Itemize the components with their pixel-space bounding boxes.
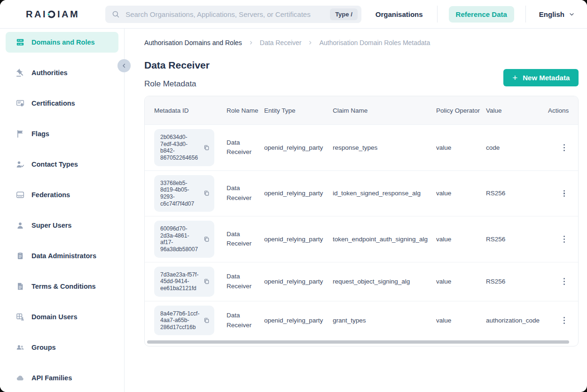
- horizontal-scrollbar[interactable]: [147, 340, 576, 345]
- breadcrumb-item[interactable]: Authorisation Domains and Roles: [144, 39, 242, 46]
- copy-icon[interactable]: [203, 236, 210, 243]
- role-name-cell: Data Receiver: [227, 138, 264, 158]
- sidebar-item-domains-and-roles[interactable]: Domains and Roles: [6, 32, 118, 53]
- clipboard-icon: [16, 251, 25, 261]
- nav-reference-data[interactable]: Reference Data: [449, 6, 514, 23]
- table-row: 2b0634d0-7edf-43d0-b842-867052264656 Dat…: [145, 124, 578, 170]
- sidebar-item-label: Flags: [31, 130, 49, 138]
- language-selector[interactable]: English: [526, 10, 578, 18]
- claim-name-cell: id_token_signed_response_alg: [333, 190, 436, 197]
- users-icon: [16, 343, 25, 352]
- sidebar-item-label: Certifications: [31, 100, 75, 107]
- column-header-policy-operator: Policy Operator: [436, 107, 486, 114]
- table-row: 7d3ae23a-f57f-45dd-9414-ee61ba2121fd Dat…: [145, 262, 578, 301]
- search-input[interactable]: [125, 10, 326, 19]
- global-search[interactable]: Type /: [105, 6, 361, 23]
- search-icon: [111, 10, 120, 19]
- page-title: Data Receiver: [144, 59, 210, 71]
- nav-organisations[interactable]: Organisations: [361, 10, 437, 18]
- cloud-icon: [16, 373, 25, 383]
- sidebar-item-groups[interactable]: Groups: [6, 337, 118, 358]
- sidebar-collapse-button[interactable]: [117, 59, 131, 72]
- section-subtitle: Role Metadata: [144, 79, 210, 89]
- role-name-cell: Data Receiver: [227, 230, 264, 249]
- table-row: 60096d70-2d3a-4861-af17-96a38db58007 Dat…: [145, 216, 578, 262]
- column-header-role-name: Role Name: [227, 107, 264, 114]
- sidebar-item-data-administrators[interactable]: Data Administrators: [6, 246, 118, 266]
- sidebar-item-label: Contact Types: [31, 161, 78, 168]
- sidebar-item-api-families[interactable]: API Families: [6, 368, 118, 388]
- sidebar-item-label: Domain Users: [31, 313, 78, 321]
- entity-type-cell: openid_relying_party: [264, 278, 333, 285]
- gavel-icon: [16, 68, 25, 77]
- sidebar-item-contact-types[interactable]: Contact Types: [6, 154, 118, 175]
- column-header-claim-name: Claim Name: [333, 107, 436, 114]
- drawer-icon: [16, 190, 25, 200]
- metadata-id-value: 33768eb5-8d19-4b05-9293-c6c74f7f4d07: [160, 180, 200, 208]
- sidebar-item-super-users[interactable]: Super Users: [6, 215, 118, 236]
- sidebar-item-label: API Families: [31, 374, 72, 382]
- entity-type-cell: openid_relying_party: [264, 190, 333, 197]
- policy-operator-cell: value: [436, 236, 486, 243]
- main-content: Authorisation Domains and Roles Data Rec…: [125, 29, 587, 392]
- top-nav: Organisations Reference Data English: [361, 6, 587, 23]
- grid-user-icon: [16, 312, 25, 322]
- sidebar-item-label: Federations: [31, 191, 70, 199]
- claim-name-cell: grant_types: [333, 317, 436, 324]
- metadata-id-value: 60096d70-2d3a-4861-af17-96a38db58007: [160, 225, 200, 253]
- column-header-entity-type: Entity Type: [264, 107, 333, 114]
- sidebar-item-certifications[interactable]: Certifications: [6, 93, 118, 114]
- sidebar-item-flags[interactable]: Flags: [6, 123, 118, 144]
- row-actions-kebab-icon[interactable]: [561, 188, 568, 199]
- sidebar-item-federations[interactable]: Federations: [6, 184, 118, 205]
- breadcrumb: Authorisation Domains and Roles Data Rec…: [144, 39, 579, 46]
- column-header-actions: Actions: [548, 107, 569, 114]
- search-shortcut-badge: Type /: [330, 8, 358, 20]
- metadata-id-chip: 2b0634d0-7edf-43d0-b842-867052264656: [154, 129, 214, 166]
- divider: [437, 6, 438, 23]
- chevron-down-icon: [569, 11, 575, 17]
- copy-icon[interactable]: [203, 278, 210, 285]
- metadata-id-value: 2b0634d0-7edf-43d0-b842-867052264656: [160, 134, 200, 161]
- claim-name-cell: token_endpoint_auth_signing_alg: [333, 236, 436, 243]
- metadata-id-chip: 33768eb5-8d19-4b05-9293-c6c74f7f4d07: [154, 175, 214, 212]
- role-name-cell: Data Receiver: [227, 184, 264, 203]
- copy-icon[interactable]: [203, 317, 210, 324]
- role-name-cell: Data Receiver: [227, 272, 264, 292]
- value-cell: authorization_code: [486, 317, 548, 324]
- horizontal-scrollbar-thumb[interactable]: [147, 340, 569, 344]
- breadcrumb-item-current: Authorisation Domain Roles Metadata: [319, 39, 430, 46]
- copy-icon[interactable]: [203, 144, 210, 151]
- table-row: 33768eb5-8d19-4b05-9293-c6c74f7f4d07 Dat…: [145, 170, 578, 216]
- value-cell: RS256: [486, 278, 548, 285]
- policy-operator-cell: value: [436, 317, 486, 324]
- sidebar-item-label: Terms & Conditions: [31, 283, 96, 290]
- sidebar-item-domain-users[interactable]: Domain Users: [6, 307, 118, 327]
- policy-operator-cell: value: [436, 278, 486, 285]
- column-header-value: Value: [486, 107, 548, 114]
- sidebar-item-terms-and-conditions[interactable]: Terms & Conditions: [6, 276, 118, 297]
- metadata-id-chip: 60096d70-2d3a-4861-af17-96a38db58007: [154, 221, 214, 258]
- row-actions-kebab-icon[interactable]: [561, 276, 568, 287]
- table-row: 8a4e77b6-1ccf-4aa7-a65b-286d17ccf16b Dat…: [145, 301, 578, 340]
- row-actions-kebab-icon[interactable]: [561, 142, 568, 153]
- logo-d-icon: [47, 10, 56, 19]
- table-header-row: Metadata ID Role Name Entity Type Claim …: [145, 96, 578, 124]
- language-label: English: [539, 10, 564, 18]
- sidebar-item-authorities[interactable]: Authorities: [6, 62, 118, 83]
- document-icon: [16, 282, 25, 291]
- entity-type-cell: openid_relying_party: [264, 236, 333, 243]
- claim-name-cell: response_types: [333, 144, 436, 151]
- value-cell: RS256: [486, 236, 548, 243]
- row-actions-kebab-icon[interactable]: [561, 234, 568, 245]
- entity-type-cell: openid_relying_party: [264, 144, 333, 151]
- metadata-table: Metadata ID Role Name Entity Type Claim …: [144, 96, 579, 346]
- sidebar-item-label: Groups: [31, 344, 56, 351]
- sidebar-item-label: Super Users: [31, 222, 71, 229]
- raidiam-logo[interactable]: RAI IAM: [0, 9, 105, 20]
- breadcrumb-item[interactable]: Data Receiver: [260, 39, 302, 46]
- row-actions-kebab-icon[interactable]: [561, 315, 568, 326]
- copy-icon[interactable]: [203, 190, 210, 197]
- new-metadata-button[interactable]: + New Metadata: [503, 69, 579, 86]
- chevron-right-icon: [307, 40, 313, 46]
